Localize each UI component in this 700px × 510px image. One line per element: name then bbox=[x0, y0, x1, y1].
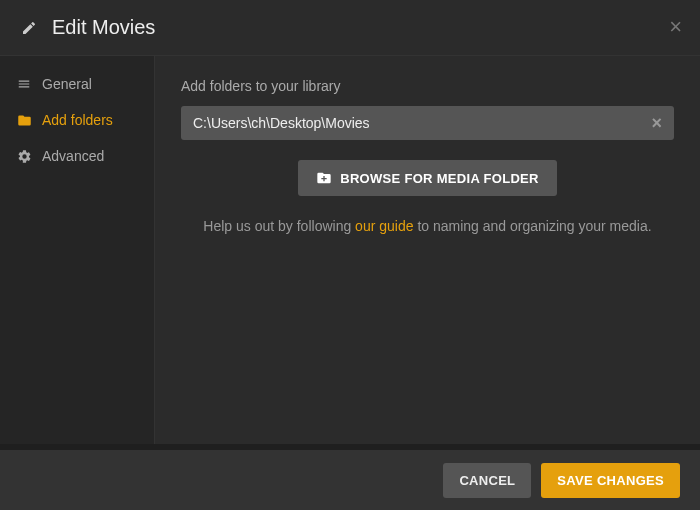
list-icon bbox=[16, 77, 32, 91]
help-text-pre: Help us out by following bbox=[203, 218, 355, 234]
sidebar-item-add-folders[interactable]: Add folders bbox=[0, 102, 154, 138]
help-text: Help us out by following our guide to na… bbox=[181, 218, 674, 234]
cancel-button[interactable]: CANCEL bbox=[443, 463, 531, 498]
main-panel: Add folders to your library C:\Users\ch\… bbox=[155, 56, 700, 444]
dialog-footer: CANCEL SAVE CHANGES bbox=[0, 450, 700, 510]
pencil-icon bbox=[20, 19, 38, 37]
help-text-post: to naming and organizing your media. bbox=[414, 218, 652, 234]
section-label: Add folders to your library bbox=[181, 78, 674, 94]
sidebar-item-general[interactable]: General bbox=[0, 66, 154, 102]
close-button[interactable]: × bbox=[669, 16, 682, 38]
sidebar-item-advanced[interactable]: Advanced bbox=[0, 138, 154, 174]
dialog-body: General Add folders Advanced Add folders… bbox=[0, 56, 700, 444]
folder-path-text: C:\Users\ch\Desktop\Movies bbox=[193, 115, 651, 131]
save-changes-button[interactable]: SAVE CHANGES bbox=[541, 463, 680, 498]
browse-wrap: BROWSE FOR MEDIA FOLDER bbox=[181, 160, 674, 196]
browse-button[interactable]: BROWSE FOR MEDIA FOLDER bbox=[298, 160, 557, 196]
dialog-header: Edit Movies × bbox=[0, 0, 700, 56]
sidebar-item-label: Advanced bbox=[42, 148, 104, 164]
folder-path-row: C:\Users\ch\Desktop\Movies × bbox=[181, 106, 674, 140]
remove-folder-button[interactable]: × bbox=[651, 114, 662, 132]
guide-link[interactable]: our guide bbox=[355, 218, 413, 234]
sidebar-item-label: Add folders bbox=[42, 112, 113, 128]
gear-icon bbox=[16, 149, 32, 164]
folder-plus-icon bbox=[316, 170, 332, 186]
sidebar: General Add folders Advanced bbox=[0, 56, 155, 444]
browse-button-label: BROWSE FOR MEDIA FOLDER bbox=[340, 171, 539, 186]
sidebar-item-label: General bbox=[42, 76, 92, 92]
dialog-title: Edit Movies bbox=[52, 16, 155, 39]
folder-open-icon bbox=[16, 113, 32, 128]
